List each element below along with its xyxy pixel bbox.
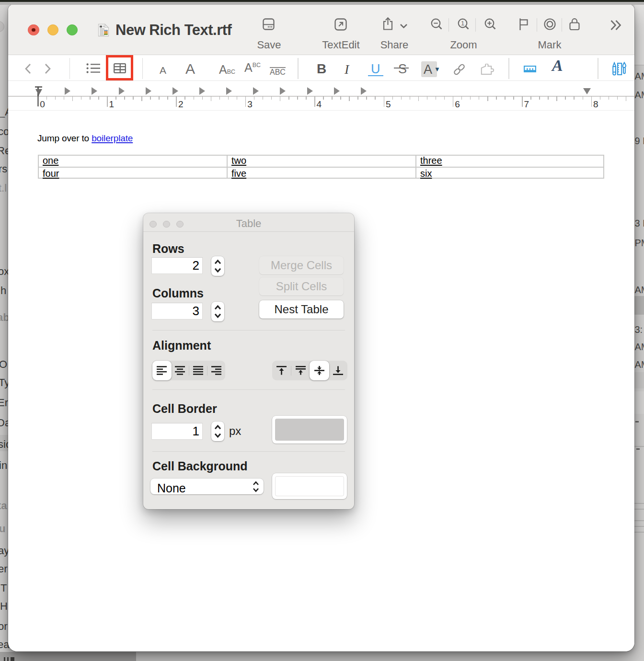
svg-text:1: 1	[461, 20, 464, 27]
